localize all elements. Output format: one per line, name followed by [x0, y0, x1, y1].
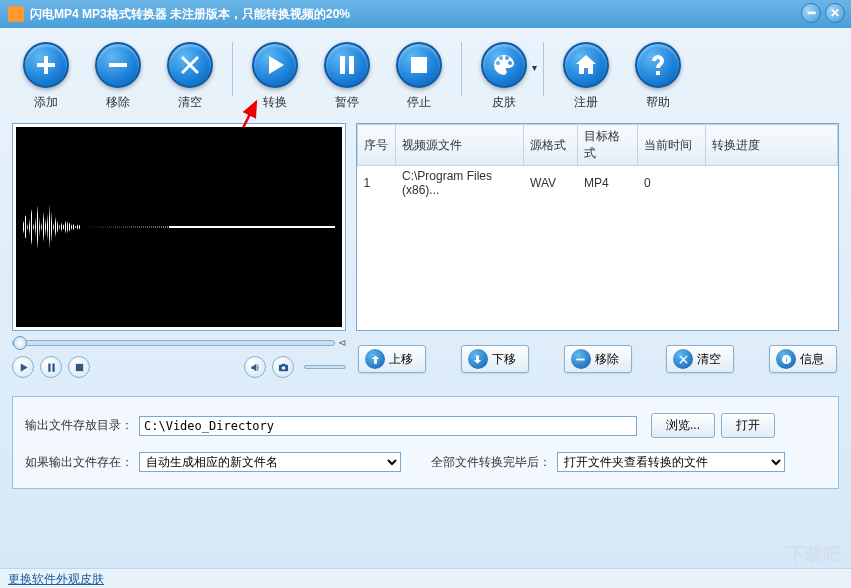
plus-icon: [34, 53, 58, 77]
table-row[interactable]: 1 C:\Program Files (x86)... WAV MP4 0: [358, 166, 838, 201]
mini-stop-button[interactable]: [68, 356, 90, 378]
titlebar: 闪电MP4 MP3格式转换器 未注册版本，只能转换视频的20% ━ ✕: [0, 0, 851, 28]
status-link[interactable]: 更换软件外观皮肤: [8, 572, 104, 586]
file-list-panel: 序号 视频源文件 源格式 目标格式 当前时间 转换进度 1 C:\Program…: [356, 123, 839, 378]
home-icon: [574, 53, 598, 77]
seek-thumb[interactable]: [13, 336, 27, 350]
minus-icon: [106, 53, 130, 77]
camera-icon: [278, 362, 289, 373]
preview-area: [16, 127, 342, 327]
output-dir-input[interactable]: [139, 416, 637, 436]
mini-pause-button[interactable]: [40, 356, 62, 378]
pause-icon: [46, 362, 57, 373]
remove-button[interactable]: 移除: [82, 42, 154, 111]
clear-button[interactable]: 清空: [154, 42, 226, 111]
watermark: 下载吧: [787, 542, 841, 566]
stop-button[interactable]: 停止: [383, 42, 455, 111]
col-source[interactable]: 视频源文件: [396, 125, 524, 166]
convert-button[interactable]: 转换: [239, 42, 311, 111]
minimize-button[interactable]: ━: [801, 3, 821, 23]
pause-button[interactable]: 暂停: [311, 42, 383, 111]
arrow-down-icon: [472, 354, 483, 365]
after-done-label: 全部文件转换完毕后：: [431, 454, 551, 471]
file-table: 序号 视频源文件 源格式 目标格式 当前时间 转换进度 1 C:\Program…: [357, 124, 838, 200]
waveform-display: [16, 197, 342, 257]
question-icon: [646, 53, 670, 77]
if-exists-select[interactable]: 自动生成相应的新文件名: [139, 452, 401, 472]
play-icon: [18, 362, 29, 373]
slider-tick: ⊲: [338, 337, 346, 348]
close-button[interactable]: ✕: [825, 3, 845, 23]
if-exists-label: 如果输出文件存在：: [25, 454, 133, 471]
after-done-select[interactable]: 打开文件夹查看转换的文件: [557, 452, 785, 472]
move-down-button[interactable]: 下移: [461, 345, 529, 373]
mini-play-button[interactable]: [12, 356, 34, 378]
stop-icon: [407, 53, 431, 77]
seek-slider[interactable]: [12, 340, 335, 346]
skin-dropdown-icon[interactable]: ▾: [532, 62, 537, 111]
col-time[interactable]: 当前时间: [638, 125, 706, 166]
arrow-up-icon: [370, 354, 381, 365]
x-icon: [178, 53, 202, 77]
skin-icon: [492, 53, 516, 77]
add-button[interactable]: 添加: [10, 42, 82, 111]
mini-snapshot-button[interactable]: [272, 356, 294, 378]
info-icon: [781, 354, 792, 365]
main-toolbar: 添加 移除 清空 转换 暂停 停止: [0, 28, 851, 117]
col-index[interactable]: 序号: [358, 125, 396, 166]
col-srcfmt[interactable]: 源格式: [524, 125, 578, 166]
col-dstfmt[interactable]: 目标格式: [578, 125, 638, 166]
statusbar: 更换软件外观皮肤: [0, 568, 851, 588]
mini-volume-button[interactable]: [244, 356, 266, 378]
play-icon: [263, 53, 287, 77]
volume-slider[interactable]: [304, 365, 346, 369]
speaker-icon: [250, 362, 261, 373]
app-icon: [8, 6, 24, 22]
info-button[interactable]: 信息: [769, 345, 837, 373]
clear-list-button[interactable]: 清空: [666, 345, 734, 373]
x-icon: [678, 354, 689, 365]
window-title: 闪电MP4 MP3格式转换器 未注册版本，只能转换视频的20%: [30, 6, 350, 23]
stop-icon: [74, 362, 85, 373]
move-up-button[interactable]: 上移: [358, 345, 426, 373]
pause-icon: [335, 53, 359, 77]
preview-panel: ⊲: [12, 123, 346, 378]
help-button[interactable]: 帮助: [622, 42, 694, 111]
browse-button[interactable]: 浏览...: [651, 413, 715, 438]
output-settings-panel: 输出文件存放目录： 浏览... 打开 如果输出文件存在： 自动生成相应的新文件名…: [12, 396, 839, 489]
register-button[interactable]: 注册: [550, 42, 622, 111]
remove-item-button[interactable]: 移除: [564, 345, 632, 373]
minus-icon: [575, 354, 586, 365]
skin-button[interactable]: 皮肤: [468, 42, 540, 111]
col-progress[interactable]: 转换进度: [706, 125, 838, 166]
open-folder-button[interactable]: 打开: [721, 413, 775, 438]
output-dir-label: 输出文件存放目录：: [25, 417, 133, 434]
